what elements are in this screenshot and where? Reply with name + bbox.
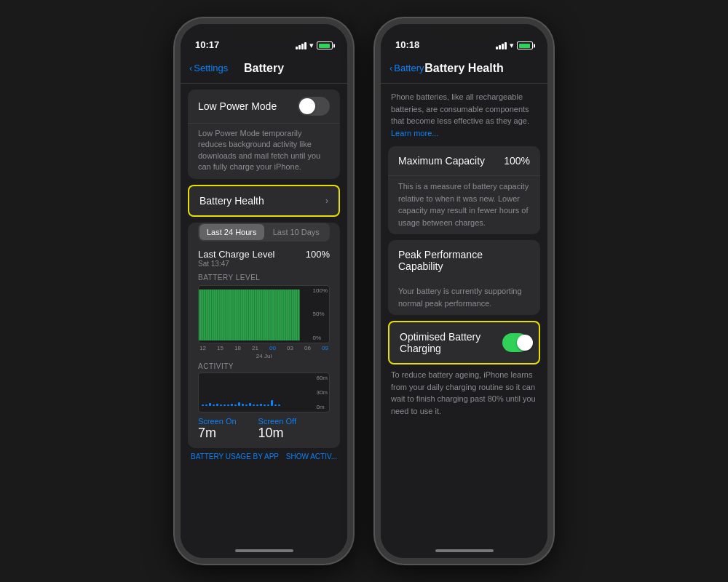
intro-text: Phone batteries, like all rechargeable b… <box>381 84 547 146</box>
chart-section: Last 24 Hours Last 10 Days Last Charge L… <box>188 223 340 448</box>
learn-more-link[interactable]: Learn more... <box>391 129 438 137</box>
low-power-label: Low Power Mode <box>198 100 277 112</box>
segment-10d[interactable]: Last 10 Days <box>264 224 329 240</box>
phone2-screen: 10:18 ▾ ‹ Battery Battery Health <box>381 24 547 558</box>
home-bar <box>235 549 293 552</box>
notch2 <box>428 24 501 40</box>
home-indicator <box>181 543 347 558</box>
signal-icon-2 <box>496 42 507 49</box>
low-power-section: Low Power Mode Low Power Mode temporaril… <box>188 89 340 179</box>
battery-icon-2 <box>517 41 533 49</box>
peak-performance-description: Your battery is currently supporting nor… <box>388 281 540 315</box>
optimised-charging-toggle[interactable] <box>502 333 529 352</box>
status-icons-2: ▾ <box>496 41 533 50</box>
activity-y-axis: 60m 30m 0m <box>316 373 328 412</box>
charge-level-value: 100% <box>306 249 330 260</box>
battery-chart-svg <box>199 286 329 343</box>
battery-level-chart: 100% 50% 0% <box>198 285 330 343</box>
x-label-09: 09 <box>322 345 328 351</box>
phone2-frame: 10:18 ▾ ‹ Battery Battery Health <box>375 18 553 564</box>
status-time: 10:17 <box>195 39 219 50</box>
screen-off-value: 10m <box>258 426 296 441</box>
status-icons: ▾ <box>296 41 333 50</box>
nav-bar: ‹ Settings Battery <box>181 53 347 84</box>
nav-title: Battery <box>244 62 284 75</box>
screen-on-label: Screen On <box>198 417 237 426</box>
screen-on-stat: Screen On 7m <box>198 417 237 441</box>
status-time-2: 10:18 <box>395 39 419 50</box>
max-capacity-section: Maximum Capacity 100% This is a measure … <box>388 146 540 234</box>
max-capacity-row: Maximum Capacity 100% <box>388 146 540 176</box>
battery-icon <box>317 41 333 49</box>
battery-level-label: BATTERY LEVEL <box>188 272 340 283</box>
activity-label: ACTIVITY <box>198 362 330 370</box>
max-capacity-value: 100% <box>504 155 530 167</box>
phone1-frame: 10:17 ▾ ‹ Settings Battery <box>175 18 353 564</box>
x-axis-date: 24 Jul <box>198 353 330 359</box>
x-label-06: 06 <box>304 345 311 351</box>
peak-performance-label: Peak Performance Capability <box>398 249 530 272</box>
optimised-charging-row: Optimised Battery Charging <box>388 321 540 364</box>
signal-icon <box>296 42 306 49</box>
x-axis: 12 15 18 21 00 03 06 09 <box>198 345 330 351</box>
battery-health-row[interactable]: Battery Health › <box>188 185 340 217</box>
optimised-charging-description: To reduce battery ageing, iPhone learns … <box>381 364 547 423</box>
y-axis: 100% 50% 0% <box>313 286 328 343</box>
nav-bar-2: ‹ Battery Battery Health <box>381 53 547 84</box>
x-label-03: 03 <box>287 345 293 351</box>
battery-health-label: Battery Health <box>199 195 264 207</box>
screen-off-stat: Screen Off 10m <box>258 417 296 441</box>
battery-usage-label[interactable]: BATTERY USAGE BY APP <box>191 453 279 461</box>
wifi-icon-2: ▾ <box>510 41 514 50</box>
peak-performance-section: Peak Performance Capability Your battery… <box>388 240 540 315</box>
svg-rect-2 <box>199 289 300 340</box>
x-label-00: 00 <box>269 345 276 351</box>
screen-stats: Screen On 7m Screen Off 10m <box>188 414 340 444</box>
x-label-15: 15 <box>217 345 223 351</box>
bottom-labels: BATTERY USAGE BY APP SHOW ACTIV... <box>181 448 347 465</box>
home-indicator-2 <box>381 543 547 558</box>
activity-chart: 60m 30m 0m <box>198 372 330 412</box>
max-capacity-label: Maximum Capacity <box>398 155 485 167</box>
show-activity-label[interactable]: SHOW ACTIV... <box>286 453 337 461</box>
x-label-18: 18 <box>234 345 241 351</box>
home-bar-2 <box>435 549 494 552</box>
wifi-icon: ▾ <box>309 41 314 50</box>
x-label-12: 12 <box>199 345 206 351</box>
notch <box>228 24 301 40</box>
x-label-21: 21 <box>252 345 258 351</box>
activity-y-30: 30m <box>316 389 328 396</box>
back-button-2[interactable]: ‹ Battery <box>389 63 424 73</box>
activity-bars <box>199 400 329 406</box>
chevron-icon: › <box>325 196 328 206</box>
segment-24h[interactable]: Last 24 Hours <box>199 224 264 240</box>
back-button[interactable]: ‹ Settings <box>189 63 228 73</box>
activity-y-0: 0m <box>316 404 328 410</box>
charge-info: Last Charge Level Sat 13:47 100% <box>188 247 340 269</box>
low-power-row: Low Power Mode <box>188 89 340 124</box>
max-capacity-description: This is a measure of battery capacity re… <box>388 176 540 234</box>
optimised-charging-label: Optimised Battery Charging <box>400 331 502 354</box>
low-power-description: Low Power Mode temporarily reduces backg… <box>188 124 340 179</box>
low-power-toggle[interactable] <box>298 97 330 116</box>
y-label-0: 0% <box>313 335 328 341</box>
screen-on-value: 7m <box>198 426 237 441</box>
y-label-100: 100% <box>313 287 328 294</box>
nav-title-2: Battery Health <box>424 62 503 75</box>
charge-level-subtitle: Sat 13:47 <box>198 260 275 268</box>
peak-performance-row: Peak Performance Capability <box>388 240 540 281</box>
screen-off-label: Screen Off <box>258 417 296 426</box>
y-label-50: 50% <box>313 311 328 317</box>
scroll-content: Low Power Mode Low Power Mode temporaril… <box>181 84 347 543</box>
charge-level-title: Last Charge Level <box>198 249 275 260</box>
scroll-content-2: Phone batteries, like all rechargeable b… <box>381 84 547 543</box>
phone1-screen: 10:17 ▾ ‹ Settings Battery <box>181 24 347 558</box>
segment-control[interactable]: Last 24 Hours Last 10 Days <box>198 223 330 242</box>
activity-y-60: 60m <box>316 375 328 381</box>
